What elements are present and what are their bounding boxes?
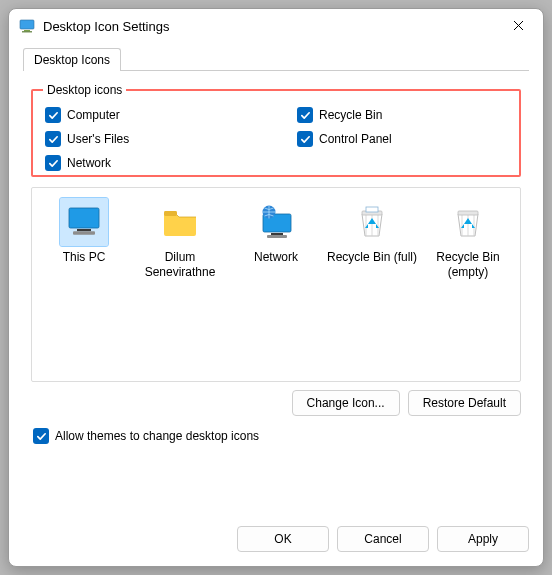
checkbox-network[interactable]: Network [45, 155, 257, 171]
close-button[interactable] [495, 11, 541, 41]
icon-label: Recycle Bin (empty) [422, 250, 514, 280]
dialog-window: Desktop Icon Settings Desktop Icons Desk… [8, 8, 544, 567]
icon-item-user-folder[interactable]: Dilum Senevirathne [134, 198, 226, 280]
checkbox-control-panel[interactable]: Control Panel [297, 131, 509, 147]
svg-rect-4 [69, 208, 99, 228]
desktop-icons-groupbox: Desktop icons Computer Recycle Bin User'… [31, 83, 521, 177]
checkbox-label: Recycle Bin [319, 108, 382, 122]
checkbox-computer[interactable]: Computer [45, 107, 257, 123]
close-icon [513, 20, 524, 33]
icon-item-recycle-bin-full[interactable]: Recycle Bin (full) [326, 198, 418, 265]
icon-label: Recycle Bin (full) [326, 250, 418, 265]
change-icon-button[interactable]: Change Icon... [292, 390, 400, 416]
ok-button[interactable]: OK [237, 526, 329, 552]
svg-rect-8 [164, 211, 177, 216]
svg-rect-7 [73, 231, 95, 235]
recycle-bin-full-icon [348, 198, 396, 246]
icon-label: This PC [38, 250, 130, 265]
groupbox-legend: Desktop icons [43, 83, 126, 97]
svg-rect-2 [24, 30, 30, 31]
svg-rect-0 [20, 20, 34, 29]
svg-rect-3 [22, 31, 32, 32]
dialog-content: Desktop Icons Desktop icons Computer Rec… [9, 43, 543, 518]
svg-rect-15 [366, 207, 378, 212]
svg-rect-16 [458, 211, 478, 215]
tab-desktop-icons[interactable]: Desktop Icons [23, 48, 121, 71]
window-title: Desktop Icon Settings [43, 19, 495, 34]
titlebar: Desktop Icon Settings [9, 9, 543, 43]
folder-icon [156, 198, 204, 246]
icon-preview-list: This PC Dilum Senevirathne [31, 187, 521, 382]
svg-rect-6 [77, 229, 91, 231]
icon-item-this-pc[interactable]: This PC [38, 198, 130, 265]
restore-default-button[interactable]: Restore Default [408, 390, 521, 416]
icon-label: Dilum Senevirathne [134, 250, 226, 280]
cancel-button[interactable]: Cancel [337, 526, 429, 552]
dialog-footer: OK Cancel Apply [9, 518, 543, 566]
this-pc-icon [60, 198, 108, 246]
icon-buttons-row: Change Icon... Restore Default [31, 390, 521, 416]
svg-rect-11 [271, 233, 283, 235]
checkmark-icon [33, 428, 49, 444]
network-icon [252, 198, 300, 246]
tabpanel: Desktop icons Computer Recycle Bin User'… [23, 70, 529, 508]
icon-item-network[interactable]: Network [230, 198, 322, 265]
checkmark-icon [297, 131, 313, 147]
tabstrip: Desktop Icons [23, 45, 529, 71]
checkbox-label: User's Files [67, 132, 129, 146]
checkbox-allow-themes[interactable]: Allow themes to change desktop icons [33, 428, 521, 444]
checkmark-icon [45, 155, 61, 171]
checkbox-users-files[interactable]: User's Files [45, 131, 257, 147]
apply-button[interactable]: Apply [437, 526, 529, 552]
checkbox-label: Control Panel [319, 132, 392, 146]
checkbox-label: Allow themes to change desktop icons [55, 429, 259, 443]
checkbox-label: Network [67, 156, 111, 170]
checkmark-icon [45, 107, 61, 123]
svg-rect-12 [267, 235, 287, 238]
checkmark-icon [297, 107, 313, 123]
checkmark-icon [45, 131, 61, 147]
checkbox-recycle-bin[interactable]: Recycle Bin [297, 107, 509, 123]
checkbox-label: Computer [67, 108, 120, 122]
checkbox-grid: Computer Recycle Bin User's Files Contro… [43, 105, 509, 173]
app-icon [19, 18, 35, 34]
recycle-bin-empty-icon [444, 198, 492, 246]
icon-label: Network [230, 250, 322, 265]
icon-item-recycle-bin-empty[interactable]: Recycle Bin (empty) [422, 198, 514, 280]
